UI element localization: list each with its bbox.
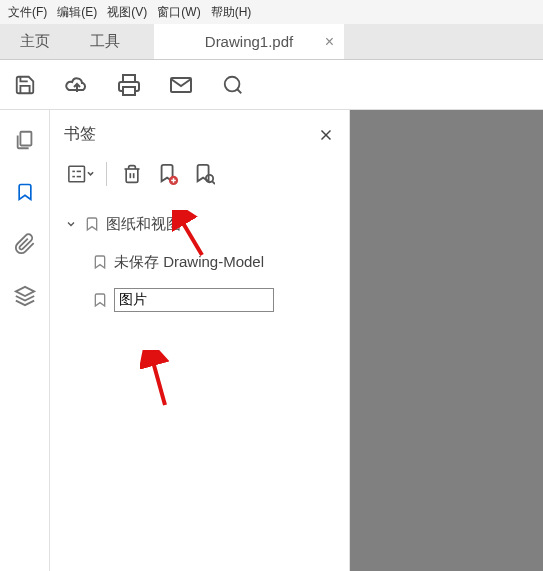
- bookmarks-panel: 书签: [50, 110, 350, 571]
- chevron-down-icon: [65, 218, 77, 230]
- document-canvas[interactable]: [350, 110, 543, 571]
- bookmark-search-icon: [193, 162, 215, 186]
- print-button[interactable]: [116, 72, 142, 98]
- separator: [106, 162, 107, 186]
- save-icon: [14, 74, 36, 96]
- bookmark-icon: [84, 215, 100, 233]
- tab-home[interactable]: 主页: [0, 24, 70, 59]
- toolbar: [0, 60, 543, 110]
- panel-header: 书签: [64, 124, 335, 145]
- tab-close-button[interactable]: ×: [325, 33, 334, 51]
- tree-item-1-label: 未保存 Drawing-Model: [114, 253, 264, 272]
- menu-help[interactable]: 帮助(H): [211, 4, 252, 21]
- tab-document[interactable]: Drawing1.pdf ×: [154, 24, 344, 59]
- svg-rect-1: [123, 87, 135, 95]
- trash-icon: [122, 163, 142, 185]
- menu-edit[interactable]: 编辑(E): [57, 4, 97, 21]
- bookmark-icon: [15, 181, 35, 203]
- bookmarks-button[interactable]: [13, 180, 37, 204]
- left-rail: [0, 110, 50, 571]
- search-button[interactable]: [220, 72, 246, 98]
- add-bookmark-button[interactable]: [155, 161, 181, 187]
- svg-line-4: [237, 89, 241, 93]
- bookmark-node-icon: [84, 215, 100, 233]
- svg-marker-6: [15, 287, 33, 296]
- cloud-upload-icon: [65, 73, 89, 97]
- layers-icon: [14, 285, 36, 307]
- attachments-button[interactable]: [13, 232, 37, 256]
- panel-toolbar: [64, 161, 335, 187]
- mail-icon: [169, 73, 193, 97]
- bookmark-icon: [92, 291, 108, 309]
- menu-window[interactable]: 窗口(W): [157, 4, 200, 21]
- paperclip-icon: [14, 233, 36, 255]
- menu-bar: 文件(F) 编辑(E) 视图(V) 窗口(W) 帮助(H): [0, 0, 543, 24]
- options-icon: [68, 163, 94, 185]
- svg-rect-5: [20, 132, 31, 146]
- bookmark-node-icon: [92, 291, 108, 309]
- bookmark-find-button[interactable]: [191, 161, 217, 187]
- svg-point-3: [225, 76, 240, 91]
- cloud-button[interactable]: [64, 72, 90, 98]
- tab-bar: 主页 工具 Drawing1.pdf ×: [0, 24, 543, 60]
- bookmark-node-icon: [92, 253, 108, 271]
- mail-button[interactable]: [168, 72, 194, 98]
- close-icon: [317, 126, 335, 144]
- svg-line-20: [212, 181, 215, 184]
- expand-chevron[interactable]: [64, 218, 78, 230]
- bookmark-icon: [92, 253, 108, 271]
- bookmark-add-icon: [157, 162, 179, 186]
- menu-view[interactable]: 视图(V): [107, 4, 147, 21]
- thumbnails-button[interactable]: [13, 128, 37, 152]
- bookmark-tree: 图纸和视图 未保存 Drawing-Model: [64, 209, 335, 315]
- panel-title: 书签: [64, 124, 96, 145]
- tree-item-2[interactable]: [64, 285, 335, 315]
- bookmark-rename-input[interactable]: [114, 288, 274, 312]
- options-button[interactable]: [68, 161, 94, 187]
- save-button[interactable]: [12, 72, 38, 98]
- tree-root-label: 图纸和视图: [106, 215, 181, 234]
- thumbnails-icon: [14, 129, 36, 151]
- tree-item-1[interactable]: 未保存 Drawing-Model: [64, 247, 335, 277]
- panel-close-button[interactable]: [317, 126, 335, 144]
- main-area: 书签: [0, 110, 543, 571]
- print-icon: [117, 73, 141, 97]
- tree-root-row[interactable]: 图纸和视图: [64, 209, 335, 239]
- tab-tools[interactable]: 工具: [70, 24, 140, 59]
- search-icon: [222, 74, 244, 96]
- delete-bookmark-button[interactable]: [119, 161, 145, 187]
- svg-rect-9: [69, 166, 85, 182]
- menu-file[interactable]: 文件(F): [8, 4, 47, 21]
- layers-button[interactable]: [13, 284, 37, 308]
- tab-document-label: Drawing1.pdf: [205, 33, 293, 50]
